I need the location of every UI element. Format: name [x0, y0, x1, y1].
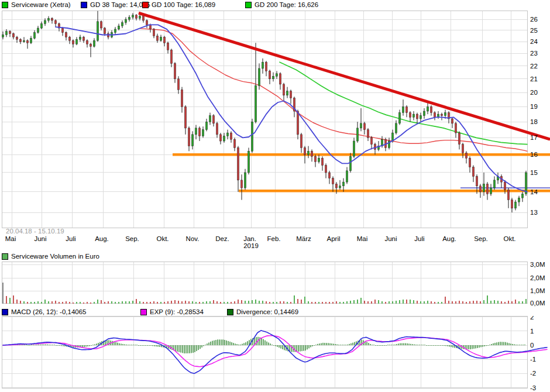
svg-text:16: 16	[530, 151, 538, 158]
svg-text:Nov.: Nov.	[186, 235, 200, 242]
svg-text:Okt.: Okt.	[156, 235, 169, 242]
svg-text:-1: -1	[530, 356, 536, 363]
legend-item-gd38: GD 38 Tage: 14,015	[81, 1, 150, 9]
svg-text:22: 22	[530, 63, 538, 70]
gd38-swatch-icon	[81, 2, 87, 8]
volume-legend: Serviceware Volumen in Euro	[0, 253, 550, 261]
svg-text:Aug.: Aug.	[95, 235, 109, 242]
svg-text:Juni: Juni	[34, 235, 46, 242]
volume-label: Serviceware Volumen in Euro	[11, 253, 99, 260]
svg-text:0,0M: 0,0M	[530, 300, 545, 307]
svg-text:Juli: Juli	[66, 235, 75, 242]
gd100-swatch-icon	[142, 2, 149, 8]
divergence-swatch-icon	[227, 309, 233, 315]
svg-text:2: 2	[530, 316, 534, 321]
legend-item-macd: MACD (26, 12): -0,14065	[2, 308, 86, 316]
svg-text:Feb.: Feb.	[267, 235, 280, 242]
main-chart-legend: Serviceware (Xetra) GD 38 Tage: 14,015 G…	[0, 1, 550, 9]
svg-text:1: 1	[530, 328, 534, 335]
svg-text:26: 26	[530, 16, 538, 23]
volume-swatch-icon	[2, 253, 8, 260]
svg-text:24: 24	[530, 38, 538, 45]
svg-text:2019: 2019	[243, 242, 259, 249]
gd100-label: GD 100 Tage: 16,089	[152, 1, 215, 9]
svg-text:0: 0	[530, 342, 534, 349]
stock-chart-page: Serviceware (Xetra) GD 38 Tage: 14,015 G…	[0, 0, 550, 392]
divergence-label: Divergence: 0,14469	[236, 308, 298, 316]
svg-text:19: 19	[530, 103, 538, 110]
svg-text:21: 21	[530, 75, 538, 82]
svg-text:23: 23	[530, 50, 538, 57]
gd200-swatch-icon	[245, 2, 252, 8]
main-price-chart: 262524232221201918171615141320.04.18 - 1…	[0, 9, 550, 250]
svg-text:Aug.: Aug.	[442, 235, 456, 242]
svg-text:20.04.18 - 15.10.19: 20.04.18 - 15.10.19	[6, 228, 64, 235]
svg-text:Okt.: Okt.	[503, 235, 515, 242]
legend-item-volume: Serviceware Volumen in Euro	[2, 253, 99, 260]
svg-text:18: 18	[530, 118, 538, 125]
legend-item-exp: EXP (9): -0,28534	[140, 308, 204, 316]
svg-text:Juli: Juli	[414, 235, 424, 242]
svg-text:Mai: Mai	[357, 235, 368, 242]
macd-swatch-icon	[2, 309, 8, 315]
legend-item-gd200: GD 200 Tage: 16,626	[245, 1, 318, 9]
svg-text:Mai: Mai	[5, 235, 16, 242]
legend-item-gd100: GD 100 Tage: 16,089	[142, 1, 215, 9]
svg-text:Sep.: Sep.	[474, 235, 488, 242]
svg-text:14: 14	[530, 188, 538, 195]
svg-text:Jan.: Jan.	[243, 235, 256, 242]
macd-legend: MACD (26, 12): -0,14065 EXP (9): -0,2853…	[0, 308, 550, 317]
svg-text:1,0M: 1,0M	[530, 287, 545, 294]
legend-item-instrument: Serviceware (Xetra)	[2, 1, 71, 9]
svg-text:Sep.: Sep.	[125, 235, 139, 242]
svg-text:3,0M: 3,0M	[530, 261, 545, 268]
svg-text:März: März	[296, 235, 311, 242]
volume-chart: 3,0M2,0M1,0M0,0M	[0, 261, 550, 308]
macd-chart: 210-1-2-3	[0, 316, 550, 392]
gd38-label: GD 38 Tage: 14,015	[90, 1, 150, 9]
svg-text:25: 25	[530, 27, 538, 34]
svg-text:Dez.: Dez.	[215, 235, 229, 242]
svg-text:Juni: Juni	[384, 235, 397, 242]
svg-text:17: 17	[530, 134, 538, 141]
exp-swatch-icon	[140, 309, 147, 315]
legend-item-divergence: Divergence: 0,14469	[227, 308, 298, 316]
macd-label: MACD (26, 12): -0,14065	[11, 308, 86, 316]
svg-text:15: 15	[530, 169, 538, 176]
instrument-label: Serviceware (Xetra)	[11, 1, 71, 9]
instrument-swatch-icon	[2, 2, 8, 8]
gd200-label: GD 200 Tage: 16,626	[255, 1, 318, 9]
exp-label: EXP (9): -0,28534	[150, 308, 204, 316]
svg-text:2,0M: 2,0M	[530, 274, 545, 281]
svg-text:13: 13	[530, 209, 538, 216]
svg-text:-2: -2	[530, 370, 536, 377]
svg-text:April: April	[326, 235, 340, 242]
svg-text:-3: -3	[530, 384, 536, 391]
svg-text:20: 20	[530, 89, 538, 96]
